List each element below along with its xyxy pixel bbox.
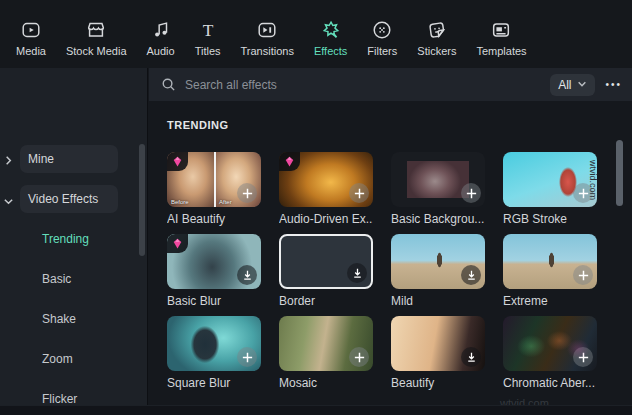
effect-label: Mosaic <box>279 376 373 390</box>
stock-media-icon <box>84 18 108 42</box>
effects-sidebar: Mine Video Effects Trending Basic Shake … <box>0 68 148 415</box>
titles-icon: T <box>196 18 220 42</box>
effect-thumbnail[interactable] <box>167 234 261 289</box>
filter-dropdown[interactable]: All <box>550 74 595 96</box>
download-effect-button[interactable] <box>237 265 257 285</box>
effect-card-border[interactable]: Border <box>279 234 373 308</box>
chevron-down-icon <box>577 78 587 92</box>
premium-gem-icon <box>279 152 300 171</box>
add-effect-button[interactable] <box>349 347 369 367</box>
download-effect-button[interactable] <box>461 265 481 285</box>
tab-transitions[interactable]: Transitions <box>231 18 304 57</box>
tab-label: Stickers <box>417 45 456 57</box>
stickers-icon <box>425 18 449 42</box>
effects-main-panel: All ••• TRENDING Before After <box>149 68 632 415</box>
section-title: TRENDING <box>167 119 228 131</box>
filters-icon <box>370 18 394 42</box>
tab-label: Templates <box>476 45 526 57</box>
effect-label: Basic Backgrou... <box>391 212 485 226</box>
premium-gem-icon <box>167 234 188 253</box>
tab-label: Stock Media <box>66 45 127 57</box>
media-icon <box>19 18 43 42</box>
sidebar-category-shake[interactable]: Shake <box>42 312 76 326</box>
before-label: Before <box>171 199 189 205</box>
tab-label: Filters <box>367 45 397 57</box>
effect-label: Audio-Driven Ex... <box>279 212 373 226</box>
effect-thumbnail[interactable] <box>279 316 373 371</box>
effect-thumbnail[interactable] <box>391 234 485 289</box>
effect-thumbnail[interactable] <box>391 316 485 371</box>
add-effect-button[interactable] <box>573 265 593 285</box>
effect-card-ai-beautify[interactable]: Before After AI Beautify <box>167 152 261 226</box>
content-scrollbar[interactable] <box>616 140 623 206</box>
tab-effects[interactable]: Effects <box>304 18 357 57</box>
sidebar-item-video-effects[interactable]: Video Effects <box>20 185 118 213</box>
sidebar-scrollbar[interactable] <box>139 144 145 256</box>
effect-label: Mild <box>391 294 485 308</box>
sidebar-category-basic[interactable]: Basic <box>42 272 71 286</box>
tab-audio[interactable]: Audio <box>137 18 185 57</box>
tab-media[interactable]: Media <box>6 18 56 57</box>
thumbnail-inset-image <box>407 161 469 198</box>
add-effect-button[interactable] <box>461 183 481 203</box>
effect-card-extreme[interactable]: Extreme <box>503 234 597 308</box>
effect-card-mosaic[interactable]: Mosaic <box>279 316 373 390</box>
sidebar-item-label: Video Effects <box>28 192 98 206</box>
transitions-icon <box>255 18 279 42</box>
add-effect-button[interactable] <box>237 347 257 367</box>
effect-label: AI Beautify <box>167 212 261 226</box>
tab-stock-media[interactable]: Stock Media <box>56 18 137 57</box>
search-input[interactable] <box>185 78 550 92</box>
sidebar-category-trending[interactable]: Trending <box>42 232 89 246</box>
effect-thumbnail[interactable] <box>279 152 373 207</box>
after-label: After <box>219 199 232 205</box>
top-toolbar: Media Stock Media Audio T Titles <box>0 0 632 68</box>
effect-thumbnail[interactable] <box>391 152 485 207</box>
filter-dropdown-value: All <box>558 78 571 92</box>
watermark-side: wtvid.com <box>588 160 598 200</box>
more-options-button[interactable]: ••• <box>605 79 622 90</box>
effects-grid: Before After AI Beautify Audio-Drive <box>167 152 597 390</box>
effect-card-chromatic-aberration[interactable]: Chromatic Aber... <box>503 316 597 390</box>
tab-templates[interactable]: Templates <box>466 18 536 57</box>
effect-card-square-blur[interactable]: Square Blur <box>167 316 261 390</box>
add-effect-button[interactable] <box>237 183 257 203</box>
effect-card-mild[interactable]: Mild <box>391 234 485 308</box>
download-effect-button[interactable] <box>461 347 481 367</box>
add-effect-button[interactable] <box>349 183 369 203</box>
effect-thumbnail[interactable] <box>503 152 597 207</box>
chevron-right-icon[interactable] <box>3 152 15 164</box>
effect-thumbnail[interactable] <box>167 316 261 371</box>
effect-card-audio-driven[interactable]: Audio-Driven Ex... <box>279 152 373 226</box>
effect-thumbnail[interactable] <box>503 234 597 289</box>
tab-label: Media <box>16 45 46 57</box>
chevron-down-icon[interactable] <box>3 193 15 205</box>
effect-card-basic-background[interactable]: Basic Backgrou... <box>391 152 485 226</box>
effect-label: Square Blur <box>167 376 261 390</box>
tab-filters[interactable]: Filters <box>357 18 407 57</box>
effect-card-beautify[interactable]: Beautify <box>391 316 485 390</box>
sidebar-category-flicker[interactable]: Flicker <box>42 392 77 406</box>
tab-titles[interactable]: T Titles <box>185 18 231 57</box>
effect-card-rgb-stroke[interactable]: RGB Stroke <box>503 152 597 226</box>
effect-label: Beautify <box>391 376 485 390</box>
effect-thumbnail[interactable]: Before After <box>167 152 261 207</box>
sidebar-item-mine[interactable]: Mine <box>20 145 118 173</box>
tab-stickers[interactable]: Stickers <box>407 18 466 57</box>
effect-label: Border <box>279 294 373 308</box>
effect-card-basic-blur[interactable]: Basic Blur <box>167 234 261 308</box>
effect-thumbnail[interactable] <box>503 316 597 371</box>
tab-label: Transitions <box>241 45 294 57</box>
add-effect-button[interactable] <box>573 347 593 367</box>
effect-label: Chromatic Aber... <box>503 376 597 390</box>
tab-label: Audio <box>147 45 175 57</box>
download-effect-button[interactable] <box>347 263 367 283</box>
sidebar-item-label: Mine <box>28 152 54 166</box>
sidebar-category-zoom[interactable]: Zoom <box>42 352 73 366</box>
search-bar: All ••• <box>149 68 632 101</box>
tab-label: Titles <box>195 45 221 57</box>
effect-label: RGB Stroke <box>503 212 597 226</box>
effect-thumbnail[interactable] <box>279 234 373 289</box>
effects-panel-window: Media Stock Media Audio T Titles <box>0 0 632 415</box>
search-icon <box>161 77 176 92</box>
